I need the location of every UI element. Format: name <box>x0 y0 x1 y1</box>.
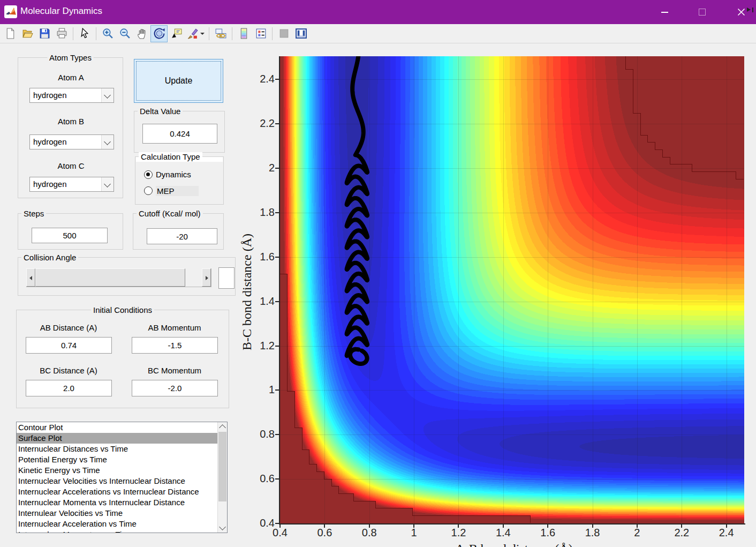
slider-left-arrow-button[interactable] <box>26 268 35 287</box>
chevron-down-icon <box>104 181 111 188</box>
list-item[interactable]: Internuclear Momenta vs Internuclear Dis… <box>17 497 227 508</box>
scrollbar-thumb[interactable] <box>218 432 226 501</box>
cursor-icon[interactable] <box>76 25 93 42</box>
listbox-scrollbar[interactable] <box>217 422 227 533</box>
save-figure-icon[interactable] <box>36 25 53 42</box>
atom-label: Atom B <box>18 117 124 126</box>
combo-value: hydrogen <box>33 91 67 100</box>
collision-angle-panel: Collision Angle <box>18 257 236 296</box>
close-icon <box>737 8 745 16</box>
ic-field-bc-distance-a-[interactable]: 2.0 <box>26 380 112 396</box>
calculation-type-title: Calculation Type <box>139 152 202 161</box>
y-tick-label: 0.8 <box>237 428 275 440</box>
y-axis-line <box>279 56 280 524</box>
toolbar-separator <box>73 27 73 40</box>
toolbar-separator <box>96 27 96 40</box>
combo-value: hydrogen <box>33 137 67 146</box>
radio-label-dynamics[interactable]: Dynamics <box>156 170 191 179</box>
list-item[interactable]: Internuclear Velocities vs Internuclear … <box>17 476 227 486</box>
update-button[interactable]: Update <box>134 59 223 103</box>
atom-types-panel: Atom Types Atom Ahydrogen Atom Bhydrogen… <box>18 57 123 198</box>
steps-field[interactable]: 500 <box>32 228 108 243</box>
list-item[interactable]: Kinetic Energy vs Time <box>17 465 227 476</box>
zoom-out-icon[interactable] <box>116 25 133 42</box>
x-tick-label: 0.8 <box>362 527 377 539</box>
pan-icon[interactable] <box>133 25 150 42</box>
combo-dropdown-button[interactable] <box>101 135 114 149</box>
slider-track[interactable] <box>185 268 202 287</box>
figure-window: Molecular Dynamics Atom Types Atom Ahydr… <box>0 0 756 547</box>
atom-select-atom-b[interactable]: hydrogen <box>29 134 114 149</box>
list-item[interactable]: Internulear Velocities vs Time <box>17 508 227 519</box>
radio-label-mep[interactable]: MEP <box>156 186 199 196</box>
list-item[interactable]: Surface Plot <box>17 433 227 444</box>
delta-value-field[interactable]: 0.424 <box>142 124 217 144</box>
y-tick-mark <box>275 212 279 213</box>
minimize-button[interactable] <box>652 0 677 24</box>
data-cursor-icon[interactable] <box>168 25 185 42</box>
collision-angle-field[interactable] <box>218 267 235 289</box>
new-document-icon[interactable] <box>2 25 19 42</box>
insert-legend-icon[interactable] <box>252 25 269 42</box>
x-tick-mark <box>681 524 682 528</box>
slider-right-arrow-button[interactable] <box>202 268 211 287</box>
ic-label: BC Momentum <box>126 366 223 375</box>
x-tick-label: 2 <box>634 527 640 539</box>
list-item[interactable]: Internuclear Accelerations vs Internucle… <box>17 486 227 497</box>
show-plot-tools-icon[interactable] <box>292 25 309 42</box>
print-figure-icon[interactable] <box>53 25 70 42</box>
radio-mep[interactable] <box>144 186 153 195</box>
radio-dynamics[interactable] <box>144 170 153 179</box>
insert-colorbar-icon[interactable] <box>235 25 252 42</box>
cutoff-field[interactable]: -20 <box>147 228 217 244</box>
combo-dropdown-button[interactable] <box>101 177 114 191</box>
atom-label: Atom A <box>18 73 124 82</box>
plot-type-listbox[interactable]: Contour PlotSurface PlotInternuclear Dis… <box>16 422 228 533</box>
x-tick-mark <box>458 524 459 528</box>
list-item[interactable]: Potential Energy vs Time <box>17 454 227 465</box>
zoom-in-icon[interactable] <box>99 25 116 42</box>
potential-energy-surface-plot[interactable] <box>280 56 744 523</box>
matlab-logo-icon <box>4 5 17 18</box>
list-item[interactable]: Internuclear Acceleration vs Time <box>17 519 227 529</box>
chevron-down-icon <box>104 92 111 99</box>
slider-thumb[interactable] <box>35 268 185 287</box>
ic-field-bc-momentum[interactable]: -2.0 <box>132 380 218 396</box>
rotate-3d-icon[interactable] <box>150 25 168 42</box>
list-item[interactable]: Contour Plot <box>17 422 227 433</box>
ic-label: BC Distance (A) <box>20 366 117 375</box>
x-tick-label: 1 <box>411 527 417 539</box>
atom-select-atom-a[interactable]: hydrogen <box>29 88 114 103</box>
atom-types-title: Atom Types <box>47 53 94 62</box>
x-tick-label: 2.2 <box>674 527 689 539</box>
maximize-button[interactable] <box>690 0 714 24</box>
open-file-icon[interactable] <box>19 25 36 42</box>
delta-value-panel: Delta Value 0.424 <box>134 111 225 153</box>
x-tick-label: 1.4 <box>496 527 511 539</box>
window-title: Molecular Dynamics <box>20 6 102 17</box>
maximize-icon <box>699 9 706 16</box>
toolbar-overflow-icon[interactable] <box>747 8 753 12</box>
collision-angle-slider[interactable] <box>26 268 211 287</box>
atom-label: Atom C <box>18 161 124 170</box>
list-item[interactable]: Internuclear Distances vs Time <box>17 444 227 454</box>
x-tick-mark <box>279 524 281 528</box>
collision-angle-title: Collision Angle <box>21 253 78 262</box>
ic-field-ab-distance-a-[interactable]: 0.74 <box>26 337 112 354</box>
x-tick-mark <box>592 524 593 528</box>
dropdown-caret-icon[interactable] <box>200 33 205 35</box>
scroll-down-icon[interactable] <box>219 523 226 530</box>
y-tick-mark <box>275 257 279 258</box>
atom-select-atom-c[interactable]: hydrogen <box>29 177 114 192</box>
ic-field-ab-momentum[interactable]: -1.5 <box>132 337 218 354</box>
list-item[interactable]: Internuclear Momentum vs Time <box>17 529 227 533</box>
titlebar[interactable]: Molecular Dynamics <box>0 0 756 24</box>
brush-icon[interactable] <box>185 25 206 42</box>
combo-dropdown-button[interactable] <box>101 88 114 102</box>
x-tick-label: 1.2 <box>451 527 466 539</box>
scroll-up-icon[interactable] <box>219 424 226 431</box>
link-plots-icon[interactable] <box>212 25 229 42</box>
y-tick-mark <box>275 523 279 524</box>
cutoff-panel: Cutoff (Kcal/ mol) -20 <box>133 213 224 250</box>
hide-plot-tools-icon[interactable] <box>275 25 292 42</box>
